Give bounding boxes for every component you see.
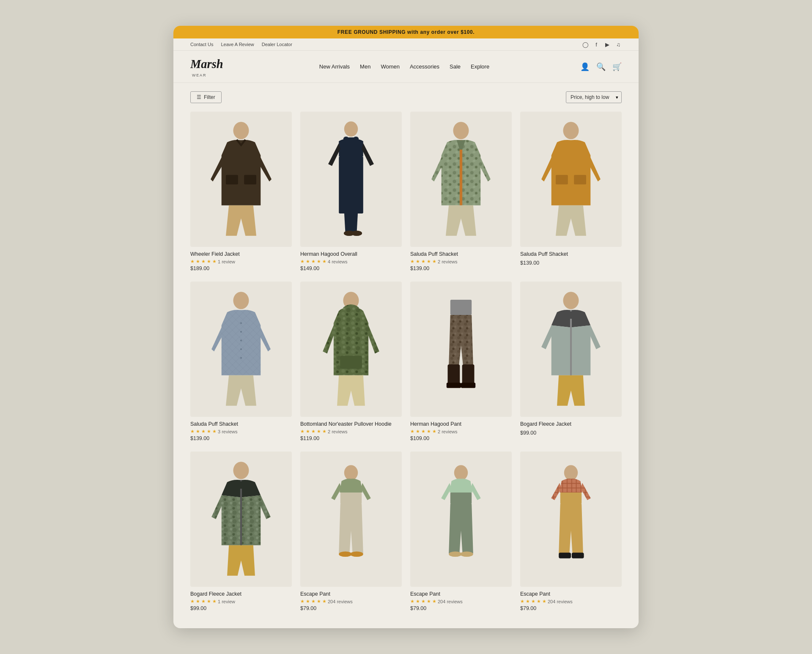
product-image [410,112,512,247]
review-count: 2 reviews [438,259,457,264]
svg-rect-35 [340,356,362,369]
svg-rect-55 [340,493,362,504]
product-stars: ★ ★ ★ ★ ★ 204 reviews [300,599,402,604]
svg-point-54 [344,465,358,480]
product-stars: ★ ★ ★ ★ ★ 3 reviews [190,429,292,434]
svg-point-23 [233,292,249,309]
leave-review-link[interactable]: Leave A Review [221,42,254,47]
product-price: $139.00 [410,265,512,271]
product-price: $109.00 [410,435,512,441]
logo[interactable]: Marsh WEAR [190,56,228,77]
dealer-locator-link[interactable]: Dealer Locator [262,42,292,47]
instagram-icon[interactable]: ◯ [582,41,589,48]
header-icons: 👤 🔍 🛒 [580,62,622,71]
facebook-icon[interactable]: f [593,41,600,48]
svg-point-61 [460,552,473,557]
social-links: ◯ f ▶ ♫ [582,41,622,48]
svg-point-28 [240,357,242,359]
product-image [300,112,402,247]
svg-rect-2 [226,175,238,185]
product-price: $79.00 [300,605,402,611]
product-image [190,452,292,587]
nav-accessories[interactable]: Accessories [410,63,439,70]
search-icon[interactable]: 🔍 [596,62,606,71]
product-card[interactable]: Bogard Fleece Jacket $99.00 [520,282,622,441]
product-card[interactable]: Saluda Puff Shacket ★ ★ ★ ★ ★ 3 reviews … [190,282,292,441]
product-card[interactable]: Escape Pant ★ ★ ★ ★ ★ 204 reviews $79.00 [410,452,512,611]
review-count: 2 reviews [328,429,347,434]
svg-point-57 [350,552,363,557]
product-image [410,452,512,587]
product-stars: ★ ★ ★ ★ ★ 1 review [190,259,292,264]
contact-us-link[interactable]: Contact Us [190,42,213,47]
product-card[interactable]: Herman Hagood Pant ★ ★ ★ ★ ★ 2 reviews $… [410,282,512,441]
product-name: Bogard Fleece Jacket [190,591,292,597]
nav-new-arrivals[interactable]: New Arrivals [319,63,350,70]
svg-point-27 [240,348,242,350]
controls-row: ☰ Filter Price, high to low Price, low t… [190,91,622,103]
tiktok-icon[interactable]: ♫ [615,41,622,48]
nav-sale[interactable]: Sale [450,63,461,70]
svg-rect-3 [244,175,256,185]
product-name: Herman Hagood Overall [300,251,402,257]
product-price: $149.00 [300,265,402,271]
product-image [520,452,622,587]
svg-rect-53 [240,480,242,545]
svg-point-26 [240,339,242,341]
review-count: 3 reviews [218,429,237,434]
product-card[interactable]: Herman Hagood Overall ★ ★ ★ ★ ★ 4 review… [300,112,402,271]
product-name: Saluda Puff Shacket [520,251,622,257]
content-area: ☰ Filter Price, high to low Price, low t… [173,83,639,628]
nav-men[interactable]: Men [360,63,370,70]
svg-rect-44 [461,383,475,388]
svg-point-52 [233,462,249,479]
product-card[interactable]: Bogard Fleece Jacket ★ ★ ★ ★ ★ 1 review … [190,452,292,611]
nav-explore[interactable]: Explore [471,63,489,70]
svg-point-10 [351,231,362,236]
product-name: Herman Hagood Pant [410,421,512,427]
product-card[interactable]: Escape Pant ★ ★ ★ ★ ★ 204 reviews $79.00 [520,452,622,611]
product-price: $189.00 [190,265,292,271]
review-count: 1 review [218,259,235,264]
sort-wrapper: Price, high to low Price, low to high Be… [566,91,622,103]
svg-point-4 [344,121,358,137]
top-nav-links: Contact Us Leave A Review Dealer Locator [190,42,292,47]
product-image [300,282,402,417]
sort-select[interactable]: Price, high to low Price, low to high Be… [566,91,622,103]
svg-rect-19 [574,175,586,185]
product-name: Bogard Fleece Jacket [520,421,622,427]
top-nav: Contact Us Leave A Review Dealer Locator… [173,38,639,51]
product-stars: ★ ★ ★ ★ ★ 2 reviews [410,259,512,264]
svg-rect-46 [570,310,572,375]
product-stars: ★ ★ ★ ★ ★ 2 reviews [300,429,402,434]
filter-button[interactable]: ☰ Filter [190,91,222,103]
filter-icon: ☰ [197,94,201,100]
product-image [300,452,402,587]
svg-rect-67 [559,553,571,558]
svg-rect-43 [447,383,461,388]
review-count: 204 reviews [438,599,463,604]
svg-point-1 [233,122,249,139]
cart-icon[interactable]: 🛒 [612,62,622,71]
main-header: Marsh WEAR New Arrivals Men Women Access… [173,51,639,83]
product-price: $139.00 [190,435,292,441]
review-count: 2 reviews [438,429,457,434]
product-card[interactable]: Wheeler Field Jacket ★ ★ ★ ★ ★ 1 review … [190,112,292,271]
account-icon[interactable]: 👤 [580,62,590,71]
product-name: Saluda Puff Shacket [190,421,292,427]
product-card[interactable]: Escape Pant ★ ★ ★ ★ ★ 204 reviews $79.00 [300,452,402,611]
svg-point-56 [339,552,352,557]
products-grid: Wheeler Field Jacket ★ ★ ★ ★ ★ 1 review … [190,112,622,611]
review-count: 1 review [218,599,235,604]
svg-point-15 [453,122,469,139]
product-card[interactable]: Saluda Puff Shacket ★ ★ ★ ★ ★ 2 reviews … [410,112,512,271]
product-card[interactable]: Saluda Puff Shacket $139.00 [520,112,622,271]
review-count: 204 reviews [548,599,573,604]
product-name: Escape Pant [300,591,402,597]
product-price: $79.00 [520,605,622,611]
nav-women[interactable]: Women [381,63,400,70]
youtube-icon[interactable]: ▶ [604,41,611,48]
product-card[interactable]: Bottomland Nor'easter Pullover Hoodie ★ … [300,282,402,441]
svg-point-17 [563,122,579,139]
product-stars: ★ ★ ★ ★ ★ 1 review [190,599,292,604]
